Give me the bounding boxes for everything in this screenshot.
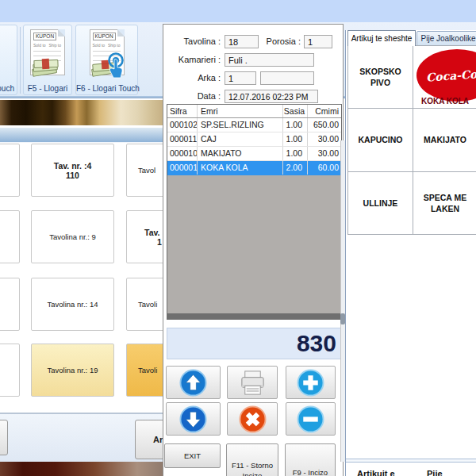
- tab-artikuj-te-sheshte[interactable]: Artikuj te sheshte: [347, 30, 416, 46]
- table-button-label: Tavol: [138, 166, 163, 175]
- total-display: 830: [167, 328, 342, 359]
- kupon-title-text: KUPON: [33, 33, 56, 40]
- cell-cmimi: 30.00: [308, 147, 341, 160]
- page-fold-icon: [117, 29, 125, 36]
- table-row[interactable]: 000102 SP.SEL.RIZLING 1.00 650.00: [167, 118, 341, 132]
- move-up-button[interactable]: [166, 366, 221, 399]
- cell-sifra: 000011: [167, 132, 198, 146]
- cell-sasia: 1.00: [283, 132, 308, 146]
- table-button-partial[interactable]: Tavoli: [126, 344, 163, 397]
- porosia-label: Porosia :: [253, 36, 301, 46]
- kupon-document-icon: KUPON Sold to Ship to: [90, 29, 125, 75]
- add-item-button[interactable]: [286, 366, 336, 399]
- product-makijato[interactable]: MAKIJATO: [413, 108, 476, 172]
- tab-label: Artikuj te sheshte: [351, 34, 413, 43]
- data-field[interactable]: 12.07.2016 02:23 PM: [225, 90, 318, 103]
- f5-llogari-button[interactable]: KUPON Sold to Ship to F5 - Llogari: [23, 25, 72, 95]
- kupon-soldto-text: Sold to: [33, 43, 46, 48]
- kupon-shipto-text: Ship to: [48, 43, 61, 48]
- table-row[interactable]: 000011 CAJ 1.00 30.00: [167, 132, 341, 147]
- table-button-cut-left[interactable]: [0, 344, 20, 397]
- table-button-tav4[interactable]: Tav. nr. :4 110: [31, 144, 114, 197]
- plus-icon: [297, 369, 324, 397]
- wood-banner: [0, 100, 163, 125]
- product-skopsko-pivo[interactable]: SKOPSKO PIVO: [347, 45, 413, 109]
- f9-incizo-button[interactable]: F9 - Incizo: [285, 443, 336, 476]
- table-button-tav14[interactable]: Tavolina nr.: 14: [31, 278, 114, 331]
- product-ullinje[interactable]: ULLINJE: [347, 171, 413, 235]
- move-down-button[interactable]: [166, 402, 221, 436]
- f11-button-label: F11 - Storno: [227, 461, 278, 470]
- product-koka-kola[interactable]: Coca-Cola KOKA KOLA: [413, 45, 476, 109]
- kupon-title-text: KUPON: [93, 33, 116, 40]
- arka-field-2[interactable]: [260, 71, 314, 85]
- delete-item-button[interactable]: [227, 402, 278, 436]
- cell-emri: SP.SEL.RIZLING: [198, 118, 283, 132]
- grid-bottom-strip: [167, 313, 341, 319]
- data-label: Data :: [163, 91, 221, 101]
- doc-line: [33, 56, 61, 56]
- table-button-label: Tavolina nr.: 9: [49, 232, 96, 241]
- cell-emri: CAJ: [198, 132, 283, 146]
- f9-button-label: F9 - Incizo: [286, 468, 335, 476]
- total-value: 830: [167, 328, 341, 359]
- table-button-cut-left[interactable]: [0, 210, 20, 263]
- cell-cmimi: 30.00: [308, 132, 341, 146]
- tables-window: Tav. nr. :4 110 Tavol Tavolina nr.: 9 Ta…: [0, 98, 163, 476]
- bottom-wood-strip: [0, 462, 163, 476]
- order-grid-header: Sifra Emri Sasia Cmimi: [167, 105, 341, 118]
- tab-pije-joalkoolike[interactable]: Pije Joalkoolike: [416, 31, 476, 46]
- product-speca-me-laken[interactable]: SPECA ME LAKEN: [413, 171, 476, 235]
- table-button-label: Tavoli: [138, 366, 163, 374]
- table-button-label: 1: [144, 237, 163, 247]
- window-top-strip: [0, 0, 476, 22]
- table-button-partial[interactable]: Tavol: [126, 144, 163, 197]
- col-header-emri[interactable]: Emri: [198, 105, 283, 117]
- product-label: SPECA ME LAKEN: [413, 190, 476, 216]
- f11-storno-button[interactable]: F11 - Storno Incizo: [226, 443, 278, 476]
- cell-sifra: 000102: [167, 118, 198, 132]
- table-button-cut-left[interactable]: [0, 144, 20, 197]
- table-button-label: Tavoli: [138, 300, 163, 309]
- table-button-tav9[interactable]: Tavolina nr.: 9: [31, 210, 114, 263]
- cell-sasia: 1.00: [283, 118, 308, 132]
- toolbar-button-partial-touch[interactable]: Touch: [0, 25, 17, 95]
- bottom-bar-button-label: Ar: [153, 435, 163, 444]
- table-button-cut-left[interactable]: [0, 278, 20, 331]
- table-row-selected[interactable]: 000001 KOKA KOLA 2.00 60.00: [167, 161, 341, 175]
- porosia-field[interactable]: 1: [304, 35, 332, 48]
- arrow-down-icon: [179, 405, 207, 433]
- printer-icon: [239, 369, 267, 397]
- product-kapucino[interactable]: KAPUCINO: [347, 108, 413, 172]
- panel-divider: [346, 459, 476, 463]
- order-panel: Tavolina : 18 Porosia : 1 Kamarieri : Fu…: [163, 24, 344, 476]
- table-button-partial[interactable]: Tav. 1: [126, 210, 163, 263]
- print-button[interactable]: [227, 366, 278, 399]
- order-grid: Sifra Emri Sasia Cmimi 000102 SP.SEL.RIZ…: [167, 104, 342, 320]
- bottom-bar-button-cut[interactable]: [0, 420, 8, 455]
- cell-sifra: 000010: [167, 147, 198, 160]
- bottom-bar-button-partial[interactable]: Ar: [135, 420, 163, 459]
- f6-llogari-touch-button[interactable]: KUPON Sold to Ship to F6 - Llogari Touch: [75, 25, 138, 95]
- table-button-partial[interactable]: Tavoli: [126, 278, 163, 331]
- table-button-tav19[interactable]: Tavolina nr.: 19: [31, 344, 114, 397]
- col-header-cmimi[interactable]: Cmimi: [308, 105, 341, 117]
- col-header-sasia[interactable]: Sasia: [283, 105, 308, 117]
- doc-line: [33, 51, 61, 52]
- product-label: MAKIJATO: [422, 132, 468, 147]
- cell-sasia: 2.00: [283, 161, 308, 175]
- arka-label: Arka :: [163, 73, 221, 83]
- exit-button-label: EXIT: [184, 451, 201, 460]
- table-row[interactable]: 000010 MAKIJATO 1.00 30.00: [167, 147, 341, 161]
- kamarieri-field[interactable]: Fuli .: [225, 53, 314, 67]
- col-header-sifra[interactable]: Sifra: [167, 105, 198, 117]
- grid-empty-area: [167, 175, 341, 313]
- cell-cmimi: 650.00: [308, 118, 341, 132]
- cancel-icon: [239, 405, 267, 433]
- table-button-label: Tav. nr. :4: [54, 161, 91, 171]
- cell-sasia: 1.00: [283, 147, 308, 160]
- exit-button[interactable]: EXIT: [164, 443, 221, 468]
- subtract-item-button[interactable]: [286, 402, 336, 436]
- minus-icon: [297, 405, 324, 433]
- arka-field[interactable]: 1: [225, 71, 256, 85]
